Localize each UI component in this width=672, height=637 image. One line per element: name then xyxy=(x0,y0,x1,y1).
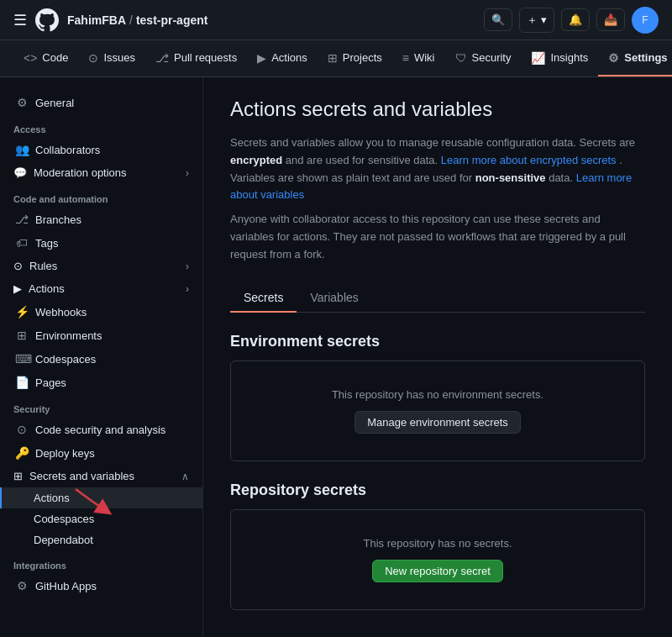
sidebar-item-collaborators[interactable]: 👥 Collaborators xyxy=(0,138,202,161)
nav-code[interactable]: <> Code xyxy=(13,40,78,76)
notifications-button[interactable]: 🔔 xyxy=(561,8,590,31)
description-box: Secrets and variables allow you to manag… xyxy=(230,134,645,264)
codespaces-icon: ⌨ xyxy=(15,352,29,366)
repo-secrets-empty: This repository has no secrets. New repo… xyxy=(231,510,644,609)
nav-wiki[interactable]: ≡ Wiki xyxy=(392,40,445,76)
nav-pullrequests[interactable]: ⎇ Pull requests xyxy=(145,40,247,76)
tab-secrets[interactable]: Secrets xyxy=(230,284,297,313)
env-secrets-title: Environment secrets xyxy=(230,333,645,350)
branches-icon: ⎇ xyxy=(15,213,29,226)
wiki-icon: ≡ xyxy=(402,51,409,65)
actions-icon: ▶ xyxy=(257,51,266,65)
tags-icon: 🏷 xyxy=(15,236,29,250)
security-section-label: Security xyxy=(0,394,202,418)
inbox-button[interactable]: 📥 xyxy=(596,8,625,31)
sidebar-item-actions[interactable]: ▶ Actions › xyxy=(0,277,202,300)
main-content: Actions secrets and variables Secrets an… xyxy=(203,77,672,637)
top-bar: ☰ FahimFBA / test-pr-agent 🔍 ＋ ▾ 🔔 📥 F xyxy=(0,0,672,40)
sidebar-item-deploy-keys[interactable]: 🔑 Deploy keys xyxy=(0,441,202,465)
nav-security[interactable]: 🛡 Security xyxy=(445,40,522,76)
annotation-arrow xyxy=(67,485,118,519)
repo-name[interactable]: test-pr-agent xyxy=(136,13,208,27)
path-separator: / xyxy=(129,13,133,27)
sidebar-item-github-apps[interactable]: ⚙ GitHub Apps xyxy=(0,574,202,598)
projects-icon: ⊞ xyxy=(328,51,338,65)
settings-icon: ⚙ xyxy=(608,51,619,65)
sidebar-item-rules[interactable]: ⊙ Rules › xyxy=(0,255,202,277)
hamburger-icon[interactable]: ☰ xyxy=(13,11,27,29)
pr-icon: ⎇ xyxy=(155,51,169,65)
issues-icon: ⊙ xyxy=(88,51,98,65)
webhooks-icon: ⚡ xyxy=(15,305,29,318)
nav-projects[interactable]: ⊞ Projects xyxy=(318,40,392,76)
nav-settings[interactable]: ⚙ Settings xyxy=(598,40,672,76)
secrets-chevron-icon: ∧ xyxy=(181,471,189,482)
insights-icon: 📈 xyxy=(531,51,545,65)
env-secrets-empty: This repository has no environment secre… xyxy=(231,361,644,461)
access-section-label: Access xyxy=(0,114,202,138)
sidebar-item-codespaces[interactable]: ⌨ Codespaces xyxy=(0,347,202,371)
repo-path: FahimFBA / test-pr-agent xyxy=(67,13,207,27)
collaborators-icon: 👥 xyxy=(15,143,29,156)
code-security-icon: ⊙ xyxy=(15,423,29,436)
nav-actions[interactable]: ▶ Actions xyxy=(247,40,318,76)
manage-env-secrets-button[interactable]: Manage environment secrets xyxy=(354,411,521,434)
repo-nav: <> Code ⊙ Issues ⎇ Pull requests ▶ Actio… xyxy=(0,40,672,77)
deploy-keys-icon: 🔑 xyxy=(15,446,29,460)
sidebar: ⚙ General Access 👥 Collaborators 💬 Moder… xyxy=(0,77,203,637)
sidebar-item-moderation[interactable]: 💬 Moderation options › xyxy=(0,161,202,184)
sidebar-item-branches[interactable]: ⎇ Branches xyxy=(0,208,202,231)
sidebar-sub-dependabot[interactable]: Dependabot xyxy=(0,529,202,550)
encrypted-secrets-link[interactable]: Learn more about encrypted secrets xyxy=(441,154,617,166)
chevron-down-icon: › xyxy=(186,167,189,179)
sidebar-item-webhooks[interactable]: ⚡ Webhooks xyxy=(0,300,202,324)
env-secrets-box: This repository has no environment secre… xyxy=(230,361,645,461)
sidebar-item-secrets-variables[interactable]: ⊞ Secrets and variables ∧ xyxy=(0,465,202,487)
github-logo[interactable] xyxy=(34,7,60,34)
main-layout: ⚙ General Access 👥 Collaborators 💬 Moder… xyxy=(0,77,672,637)
new-repo-secret-button[interactable]: New repository secret xyxy=(372,560,503,582)
repo-secrets-box: This repository has no secrets. New repo… xyxy=(230,509,645,610)
tab-variables[interactable]: Variables xyxy=(297,284,371,313)
github-apps-icon: ⚙ xyxy=(15,579,29,592)
actions-chevron-icon: › xyxy=(186,283,189,295)
code-icon: <> xyxy=(24,51,37,65)
sidebar-item-pages[interactable]: 📄 Pages xyxy=(0,371,202,394)
sidebar-item-code-security[interactable]: ⊙ Code security and analysis xyxy=(0,418,202,441)
new-button[interactable]: ＋ ▾ xyxy=(519,8,554,33)
search-button[interactable]: 🔍 xyxy=(484,8,512,31)
moderation-icon: 💬 xyxy=(13,166,27,179)
sidebar-item-environments[interactable]: ⊞ Environments xyxy=(0,324,202,347)
top-bar-left: ☰ FahimFBA / test-pr-agent xyxy=(13,7,474,34)
integrations-section-label: Integrations xyxy=(0,550,202,574)
general-icon: ⚙ xyxy=(15,96,29,109)
page-title: Actions secrets and variables xyxy=(230,97,645,121)
repo-owner[interactable]: FahimFBA xyxy=(67,13,126,27)
repo-secrets-title: Repository secrets xyxy=(230,482,645,499)
sidebar-item-general[interactable]: ⚙ General xyxy=(0,91,202,114)
secrets-icon: ⊞ xyxy=(13,470,23,482)
top-bar-right: 🔍 ＋ ▾ 🔔 📥 F xyxy=(484,7,659,34)
pages-icon: 📄 xyxy=(15,376,29,389)
environments-icon: ⊞ xyxy=(15,329,29,342)
security-icon: 🛡 xyxy=(455,51,467,65)
code-automation-label: Code and automation xyxy=(0,184,202,208)
actions-sidebar-icon: ▶ xyxy=(13,282,22,295)
tabs: Secrets Variables xyxy=(230,284,645,313)
user-avatar[interactable]: F xyxy=(632,7,659,34)
nav-insights[interactable]: 📈 Insights xyxy=(521,40,598,76)
rules-chevron-icon: › xyxy=(186,261,189,272)
nav-issues[interactable]: ⊙ Issues xyxy=(78,40,145,76)
rules-icon: ⊙ xyxy=(13,260,23,272)
sidebar-item-tags[interactable]: 🏷 Tags xyxy=(0,231,202,255)
